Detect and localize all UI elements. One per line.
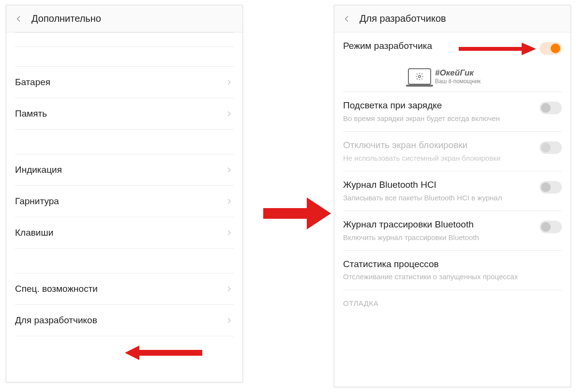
row-text: Журнал Bluetooth HCI Записывать все паке… [343,179,540,203]
page-title: Дополнительно [31,13,101,24]
header-bar: Дополнительно [6,5,242,32]
row-process-stats[interactable]: Статистика процессов Отслеживание статис… [334,251,571,290]
row-text: Режим разработчика [343,40,540,52]
toggle-switch[interactable] [540,181,562,194]
row-developer-options[interactable]: Для разработчиков [6,305,242,336]
row-title: Подсветка при зарядке [343,100,535,112]
watermark: #ОкейГик Ваш it-помощник [408,68,481,85]
svg-marker-2 [263,197,331,229]
chevron-right-icon [224,196,234,206]
chevron-right-icon [224,228,234,238]
row-headset[interactable]: Гарнитура [6,186,242,217]
phone-left-additional-settings: Дополнительно Батарея Память Индикация [6,5,243,382]
row-backlight-charging[interactable]: Подсветка при зарядке Во время зарядки э… [334,92,571,131]
laptop-icon [408,68,431,85]
row-accessibility[interactable]: Спец. возможности [6,273,242,304]
header-bar: Для разработчиков [334,5,571,32]
spacer [6,130,242,154]
row-title: Режим разработчика [343,40,535,52]
arrow-center-annotation-icon [263,197,331,229]
row-subtitle: Отслеживание статистики о запущенных про… [343,272,557,282]
row-battery[interactable]: Батарея [6,67,242,98]
row-label: Память [15,108,224,119]
row-label: Батарея [15,77,224,88]
row-bluetooth-hci-log[interactable]: Журнал Bluetooth HCI Записывать все паке… [334,171,571,211]
row-text: Подсветка при зарядке Во время зарядки э… [343,100,540,123]
developer-list: Режим разработчика #ОкейГик Ваш it-помощ… [334,32,571,310]
svg-point-0 [419,75,421,78]
row-title: Статистика процессов [343,258,557,271]
row-label: Индикация [15,165,224,175]
chevron-right-icon [224,316,234,325]
spacer [6,249,242,273]
row-title: Журнал Bluetooth HCI [343,179,535,191]
row-label: Клавиши [15,227,224,238]
toggle-switch[interactable] [540,102,562,114]
back-icon[interactable] [13,13,25,25]
row-subtitle: Записывать все пакеты Bluetooth HCI в жу… [343,193,535,203]
toggle-switch[interactable] [540,221,562,233]
page-title: Для разработчиков [360,13,446,24]
chevron-right-icon [224,109,234,119]
row-text: Статистика процессов Отслеживание статис… [343,258,562,282]
chevron-right-icon [224,284,234,294]
chevron-right-icon [224,165,234,175]
row-title: Отключить экран блокировки [343,139,535,151]
row-subtitle: Включить журнал трассировки Bluetooth [343,233,535,242]
row-indication[interactable]: Индикация [6,154,242,185]
row-label: Гарнитура [15,196,224,207]
row-keys[interactable]: Клавиши [6,217,242,248]
chevron-right-icon [224,77,234,87]
watermark-line2: Ваш it-помощник [435,78,481,85]
spacer [6,33,242,46]
phone-right-developer-options: Для разработчиков Режим разработчика #Ок… [334,5,571,387]
settings-list: Батарея Память Индикация Гарнитура [6,32,242,336]
row-developer-mode[interactable]: Режим разработчика [334,32,571,62]
row-subtitle: Не использовать системный экран блокиров… [343,153,535,163]
toggle-switch[interactable] [540,42,562,55]
row-label: Для разработчиков [15,315,224,326]
row-disable-lockscreen: Отключить экран блокировки Не использова… [334,132,571,171]
section-header-debug: ОТЛАДКА [334,290,571,310]
row-memory[interactable]: Память [6,98,242,129]
row-bluetooth-trace-log[interactable]: Журнал трассировки Bluetooth Включить жу… [334,211,571,250]
row-label: Спец. возможности [15,284,224,294]
row-text: Журнал трассировки Bluetooth Включить жу… [343,219,540,242]
divider [15,336,234,336]
row-title: Журнал трассировки Bluetooth [343,219,535,231]
toggle-switch [540,141,562,154]
back-icon[interactable] [341,13,353,25]
row-text: Отключить экран блокировки Не использова… [343,139,540,163]
row-subtitle: Во время зарядки экран будет всегда вклю… [343,114,535,123]
watermark-line1: #ОкейГик [435,68,481,78]
spacer [6,47,242,66]
